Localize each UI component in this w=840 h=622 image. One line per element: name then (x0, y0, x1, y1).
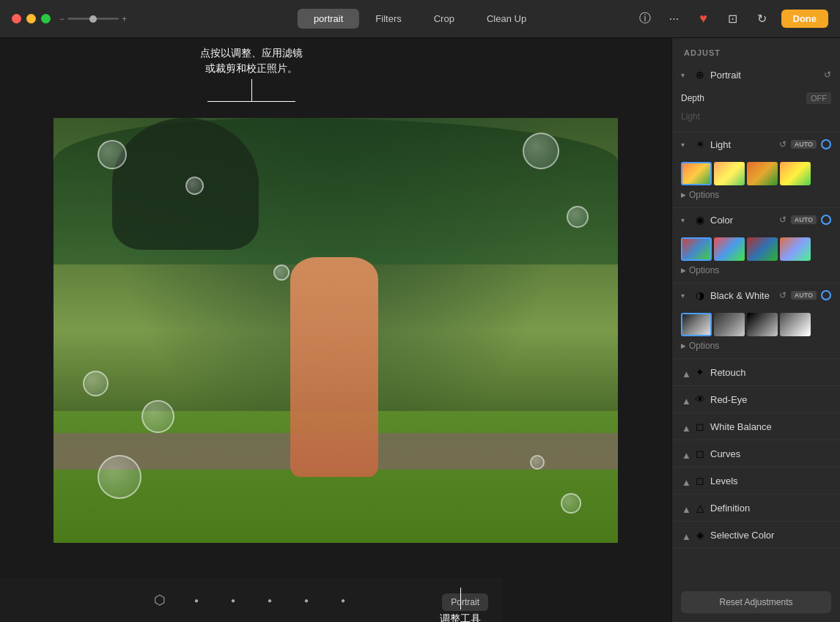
minimize-button[interactable] (26, 14, 36, 23)
redeye-label: Red-Eye (710, 394, 831, 405)
color-thumb-2[interactable] (714, 237, 745, 261)
circle-icon-5[interactable]: ● (332, 589, 354, 611)
section-header-bw[interactable]: ▾ ◑ Black & White ↺ AUTO (672, 284, 840, 307)
light-options[interactable]: ▶ Options (672, 188, 840, 201)
color-thumb-3[interactable] (747, 237, 778, 261)
definition-icon: △ (694, 502, 706, 514)
tab-crop[interactable]: Crop (418, 9, 471, 29)
bw-thumb-3[interactable] (747, 313, 778, 336)
section-redeye: ▶ 👁 Red-Eye (672, 386, 840, 413)
photo-container (28, 60, 644, 600)
section-header-portrait[interactable]: ▾ ⊕ Portrait ↺ (672, 63, 840, 86)
bw-thumb-2[interactable] (714, 313, 745, 336)
color-circle[interactable] (821, 215, 831, 225)
color-thumbnails (672, 234, 840, 264)
color-auto[interactable]: AUTO (791, 215, 817, 224)
bottom-toolbar: ⬡ ● ● ● ● ● Portrait (0, 578, 503, 622)
zoom-minus-icon[interactable]: − (59, 14, 65, 24)
done-button[interactable]: Done (781, 10, 829, 28)
depth-label: Depth (681, 93, 800, 103)
portrait-badge[interactable]: Portrait (442, 593, 488, 611)
chevron-portrait: ▾ (681, 71, 690, 79)
zoom-control: − + (59, 14, 127, 24)
bw-icon: ◑ (694, 289, 706, 301)
definition-label: Definition (710, 503, 831, 514)
section-selectivecolor: ▶ ◈ Selective Color (672, 522, 840, 549)
reset-adjustments-button[interactable]: Reset Adjustments (681, 591, 831, 613)
light-thumb-2[interactable] (714, 162, 745, 185)
tab-filters[interactable]: Filters (359, 9, 417, 29)
chevron-retouch: ▶ (682, 368, 690, 377)
light-content: ▶ Options (672, 156, 840, 207)
color-thumb-4[interactable] (780, 237, 811, 261)
cube-icon[interactable]: ⬡ (149, 589, 171, 611)
chevron-light: ▾ (681, 141, 690, 149)
share-button[interactable]: ⊡ (723, 9, 743, 29)
circle-icon-2[interactable]: ● (222, 589, 244, 611)
curves-icon: ◻ (694, 448, 706, 459)
photo-image (54, 118, 618, 543)
redeye-icon: 👁 (694, 393, 706, 405)
chevron-levels: ▶ (682, 476, 690, 485)
color-options[interactable]: ▶ Options (672, 264, 840, 277)
color-undo[interactable]: ↺ (779, 215, 786, 225)
maximize-button[interactable] (41, 14, 51, 23)
chevron-selectivecolor: ▶ (682, 530, 690, 539)
whitebalance-label: White Balance (710, 421, 831, 432)
close-button[interactable] (12, 14, 21, 23)
photo-area: 点按以调整、应用滤镜 或裁剪和校正照片。 (0, 38, 671, 622)
section-header-color[interactable]: ▾ ◉ Color ↺ AUTO (672, 208, 840, 232)
bw-options[interactable]: ▶ Options (672, 339, 840, 352)
options-label-bw: Options (689, 341, 719, 351)
chevron-color: ▾ (681, 216, 690, 224)
bw-thumb-1[interactable] (681, 313, 712, 336)
tab-adjust[interactable]: portrait (298, 9, 359, 29)
light-auto[interactable]: AUTO (791, 140, 817, 149)
bw-circle[interactable] (821, 290, 831, 300)
section-header-whitebalance[interactable]: ▶ ◻ White Balance (672, 413, 840, 440)
selectivecolor-label: Selective Color (710, 530, 831, 541)
circle-icon-1[interactable]: ● (185, 589, 207, 611)
bw-thumb-4[interactable] (780, 313, 811, 336)
more-button[interactable]: ··· (664, 9, 685, 29)
circle-icon-3[interactable]: ● (259, 589, 281, 611)
section-header-redeye[interactable]: ▶ 👁 Red-Eye (672, 386, 840, 412)
light-thumb-3[interactable] (747, 162, 778, 185)
options-label-color: Options (689, 265, 719, 275)
circle-icon-4[interactable]: ● (295, 589, 317, 611)
color-actions: ↺ AUTO (779, 215, 831, 225)
light-undo[interactable]: ↺ (779, 139, 786, 149)
bw-undo[interactable]: ↺ (779, 290, 786, 300)
adjust-panel: ADJUST ▾ ⊕ Portrait ↺ Depth OFF Light ▾ … (671, 38, 840, 622)
section-color: ▾ ◉ Color ↺ AUTO ▶ Options (672, 208, 840, 284)
portrait-content: Depth OFF Light (672, 86, 840, 132)
light-thumb-4[interactable] (780, 162, 811, 185)
portrait-label: Portrait (710, 70, 819, 81)
info-button[interactable]: ⓘ (635, 9, 655, 29)
options-label-light: Options (689, 190, 719, 200)
portrait-undo[interactable]: ↺ (824, 70, 831, 80)
section-whitebalance: ▶ ◻ White Balance (672, 413, 840, 440)
section-header-curves[interactable]: ▶ ◻ Curves (672, 440, 840, 467)
section-header-definition[interactable]: ▶ △ Definition (672, 495, 840, 521)
section-header-selectivecolor[interactable]: ▶ ◈ Selective Color (672, 522, 840, 548)
tab-cleanup[interactable]: Clean Up (471, 9, 542, 29)
section-header-retouch[interactable]: ▶ ✦ Retouch (672, 359, 840, 385)
section-retouch: ▶ ✦ Retouch (672, 359, 840, 386)
zoom-plus-icon[interactable]: + (122, 14, 127, 24)
light-icon: ☀ (694, 138, 706, 150)
light-thumb-1[interactable] (681, 162, 712, 185)
color-thumb-1[interactable] (681, 237, 712, 261)
favorite-button[interactable]: ♥ (693, 9, 714, 29)
depth-value[interactable]: OFF (806, 92, 831, 104)
bw-label: Black & White (710, 290, 775, 301)
bw-actions: ↺ AUTO (779, 290, 831, 300)
light-circle[interactable] (821, 139, 831, 149)
zoom-slider[interactable] (67, 18, 119, 20)
section-header-light[interactable]: ▾ ☀ Light ↺ AUTO (672, 133, 840, 156)
bw-thumbnails (672, 310, 840, 339)
bw-auto[interactable]: AUTO (791, 291, 817, 300)
chevron-bw: ▾ (681, 292, 690, 300)
rotate-button[interactable]: ↻ (752, 9, 773, 29)
section-header-levels[interactable]: ▶ ◻ Levels (672, 467, 840, 494)
